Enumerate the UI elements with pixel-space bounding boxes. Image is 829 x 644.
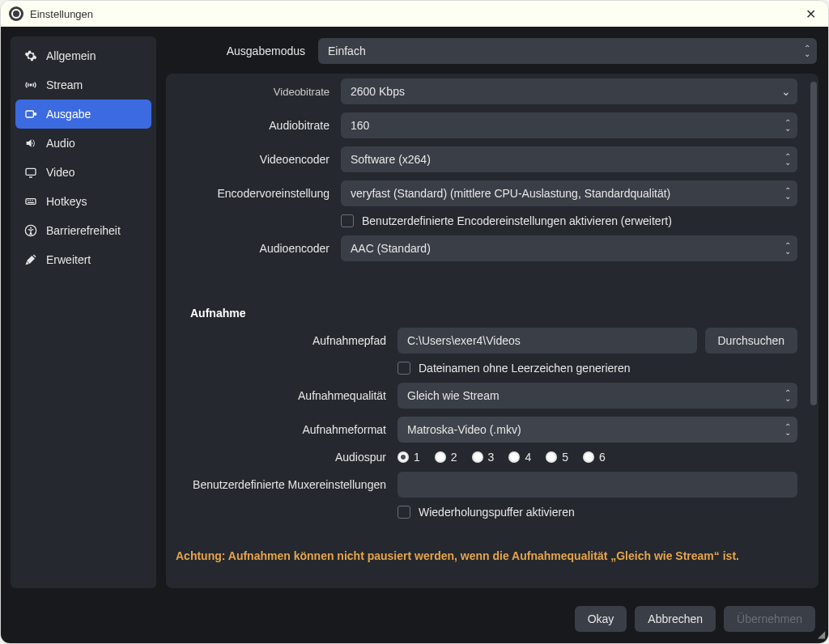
audio-encoder-label: Audioencoder [187, 242, 333, 255]
video-encoder-select[interactable]: Software (x264) [341, 146, 797, 172]
sidebar-item-label: Erweitert [46, 253, 91, 266]
ok-button[interactable]: Okay [575, 606, 627, 632]
audio-track-6[interactable]: 6 [583, 451, 606, 464]
resize-grip-icon[interactable]: ◢ [818, 629, 825, 640]
antenna-icon [23, 78, 38, 92]
audio-track-label: Audiospur [187, 451, 389, 464]
audio-encoder-select[interactable]: AAC (Standard) [341, 235, 797, 261]
window-title: Einstellungen [30, 8, 801, 20]
cancel-button[interactable]: Abbrechen [635, 606, 716, 632]
output-mode-label: Ausgabemodus [168, 44, 310, 57]
chevron-updown-icon [804, 45, 810, 57]
sidebar-item-general[interactable]: Allgemein [15, 41, 151, 70]
svg-rect-1 [26, 111, 33, 117]
tools-icon [23, 252, 38, 267]
chevron-updown-icon [784, 424, 791, 435]
output-mode-select[interactable]: Einfach [318, 38, 817, 64]
recording-format-select[interactable]: Matroska-Video (.mkv) [397, 417, 797, 443]
recording-quality-label: Aufnahmequalität [187, 389, 389, 402]
chevron-updown-icon [784, 154, 791, 165]
sidebar: Allgemein Stream Ausgabe Audio Video Hot… [11, 36, 156, 588]
sidebar-item-audio[interactable]: Audio [15, 129, 151, 158]
sidebar-item-label: Stream [46, 78, 83, 91]
gear-icon [23, 49, 38, 63]
audio-bitrate-select[interactable]: 160 [341, 112, 797, 138]
encoder-preset-select[interactable]: veryfast (Standard) (mittlere CPU-Auslas… [341, 180, 797, 206]
recording-path-label: Aufnahmepfad [187, 334, 389, 347]
settings-panel: Videobitrate 2600 Kbps Audiobitrate 160 [166, 74, 818, 588]
recording-quality-select[interactable]: Gleich wie Stream [397, 383, 797, 409]
recording-section-title: Aufnahme [190, 307, 797, 320]
sidebar-item-hotkeys[interactable]: Hotkeys [15, 187, 151, 216]
titlebar: Einstellungen ✕ [1, 1, 828, 27]
recording-path-input[interactable] [397, 328, 697, 354]
monitor-icon [23, 165, 38, 180]
replay-buffer-label: Wiederholungspuffer aktivieren [419, 506, 575, 519]
sidebar-item-label: Video [46, 166, 75, 179]
replay-buffer-checkbox[interactable] [397, 506, 410, 519]
audio-track-5[interactable]: 5 [546, 451, 568, 464]
dialog-footer: Okay Abbrechen Übernehmen ◢ [1, 598, 828, 643]
sidebar-item-video[interactable]: Video [15, 158, 151, 187]
sidebar-item-label: Audio [46, 137, 75, 150]
window-body: Allgemein Stream Ausgabe Audio Video Hot… [1, 27, 828, 598]
output-mode-row: Ausgabemodus Einfach [166, 36, 818, 64]
sidebar-item-label: Hotkeys [46, 195, 87, 208]
audio-track-2[interactable]: 2 [435, 451, 457, 464]
no-spaces-checkbox[interactable] [397, 362, 410, 375]
custom-encoder-checkbox[interactable] [341, 214, 354, 227]
chevron-updown-icon [784, 390, 791, 401]
muxer-input[interactable] [397, 472, 797, 498]
audio-track-1[interactable]: 1 [397, 451, 420, 464]
video-encoder-label: Videoencoder [187, 153, 333, 166]
sidebar-item-accessibility[interactable]: Barrierefreiheit [15, 216, 151, 245]
chevron-updown-icon [784, 120, 791, 131]
sidebar-item-output[interactable]: Ausgabe [15, 100, 151, 129]
chevron-updown-icon [784, 243, 791, 254]
encoder-preset-label: Encodervoreinstellung [187, 187, 333, 200]
muxer-label: Benutzerdefinierte Muxereinstellungen [187, 478, 389, 491]
chevron-updown-icon [784, 188, 791, 199]
chevron-down-icon [781, 85, 791, 98]
audio-bitrate-label: Audiobitrate [187, 119, 333, 132]
sidebar-item-label: Barrierefreiheit [46, 224, 121, 237]
scrollbar[interactable] [810, 82, 817, 580]
sidebar-item-label: Allgemein [46, 49, 96, 62]
audio-track-3[interactable]: 3 [472, 451, 495, 464]
keyboard-icon [23, 194, 38, 209]
video-bitrate-field[interactable]: 2600 Kbps [341, 78, 797, 104]
close-button[interactable]: ✕ [801, 4, 820, 23]
recording-group: Aufnahme Aufnahmepfad Durchsuchen Datein… [176, 286, 809, 532]
no-spaces-label: Dateinamen ohne Leerzeichen generieren [419, 362, 631, 375]
scrollbar-thumb[interactable] [810, 82, 817, 405]
svg-point-6 [30, 227, 32, 229]
svg-rect-4 [26, 199, 36, 205]
obs-logo-icon [9, 6, 23, 21]
streaming-group: Videobitrate 2600 Kbps Audiobitrate 160 [176, 74, 809, 274]
custom-encoder-label: Benutzerdefinierte Encodereinstellungen … [362, 214, 672, 227]
warning-text: Achtung: Aufnahmen können nicht pausiert… [176, 549, 809, 562]
svg-point-2 [34, 113, 36, 116]
sidebar-item-advanced[interactable]: Erweitert [15, 245, 151, 274]
sidebar-item-label: Ausgabe [46, 108, 91, 121]
video-bitrate-label: Videobitrate [187, 86, 333, 98]
audio-track-radios: 1 2 3 4 5 6 [397, 451, 606, 464]
browse-button[interactable]: Durchsuchen [705, 328, 798, 354]
output-icon [23, 107, 38, 121]
settings-window: Einstellungen ✕ Allgemein Stream Ausgabe… [0, 0, 829, 644]
recording-format-label: Aufnahmeformat [187, 423, 389, 436]
audio-track-4[interactable]: 4 [508, 451, 531, 464]
apply-button[interactable]: Übernehmen [724, 606, 815, 632]
svg-point-0 [30, 84, 32, 86]
accessibility-icon [23, 223, 38, 238]
speaker-icon [23, 136, 38, 150]
sidebar-item-stream[interactable]: Stream [15, 70, 151, 100]
svg-rect-3 [26, 168, 36, 175]
main-area: Ausgabemodus Einfach Videobitrate 2600 K… [166, 36, 818, 588]
